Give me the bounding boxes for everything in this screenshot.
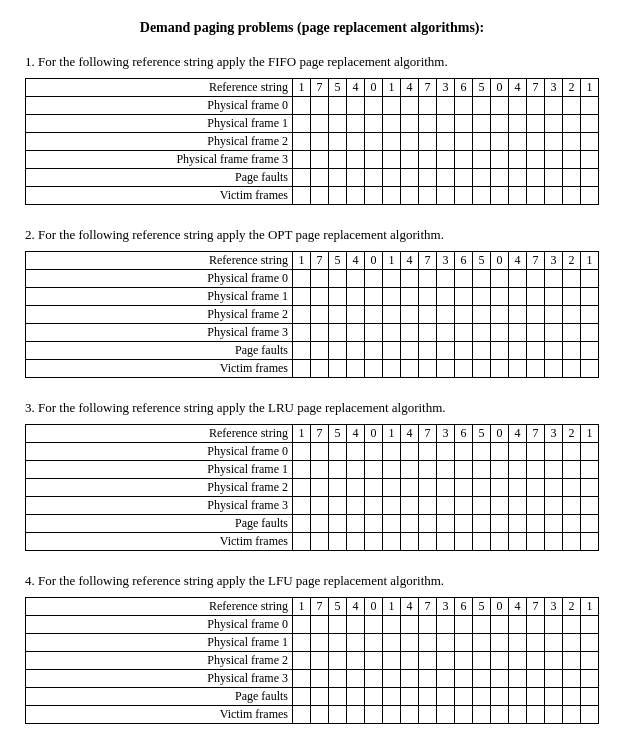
cell-r5-c7 (419, 688, 437, 706)
cell-r3-c10 (473, 479, 491, 497)
cell-r4-c0 (293, 151, 311, 169)
cell-r6-c4 (365, 533, 383, 551)
cell-r3-c9 (455, 479, 473, 497)
cell-r3-c7 (419, 652, 437, 670)
cell-r1-c8 (437, 97, 455, 115)
cell-r2-c8 (437, 461, 455, 479)
cell-r4-c11 (491, 670, 509, 688)
cell-r0-c0: 1 (293, 252, 311, 270)
cell-r1-c2 (329, 616, 347, 634)
cell-r5-c6 (401, 342, 419, 360)
cell-r4-c15 (563, 324, 581, 342)
cell-r0-c13: 7 (527, 79, 545, 97)
cell-r3-c10 (473, 306, 491, 324)
cell-r0-c12: 4 (509, 425, 527, 443)
cell-r2-c6 (401, 634, 419, 652)
cell-r6-c10 (473, 706, 491, 724)
cell-r3-c1 (311, 306, 329, 324)
table-row: Physical frame 1 (26, 461, 599, 479)
cell-r2-c0 (293, 461, 311, 479)
cell-r3-c16 (581, 479, 599, 497)
cell-r0-c10: 5 (473, 598, 491, 616)
cell-r2-c14 (545, 288, 563, 306)
cell-r5-c13 (527, 515, 545, 533)
cell-r0-c16: 1 (581, 252, 599, 270)
cell-r4-c11 (491, 497, 509, 515)
table-row: Reference string17540147365047321 (26, 425, 599, 443)
cell-r6-c12 (509, 187, 527, 205)
cell-r1-c14 (545, 270, 563, 288)
cell-r4-c2 (329, 151, 347, 169)
cell-r3-c1 (311, 479, 329, 497)
cell-r4-c2 (329, 670, 347, 688)
cell-r0-c1: 7 (311, 598, 329, 616)
cell-r3-c14 (545, 133, 563, 151)
cell-r6-c13 (527, 187, 545, 205)
cell-r5-c0 (293, 688, 311, 706)
cell-r2-c2 (329, 461, 347, 479)
cell-r6-c2 (329, 706, 347, 724)
cell-r5-c2 (329, 342, 347, 360)
cell-r4-c14 (545, 497, 563, 515)
cell-r5-c4 (365, 169, 383, 187)
cell-r2-c3 (347, 288, 365, 306)
cell-r1-c15 (563, 443, 581, 461)
row-label-4: Physical frame 3 (26, 670, 293, 688)
cell-r4-c3 (347, 151, 365, 169)
cell-r4-c14 (545, 324, 563, 342)
cell-r5-c8 (437, 342, 455, 360)
cell-r3-c13 (527, 306, 545, 324)
cell-r1-c10 (473, 270, 491, 288)
cell-r5-c11 (491, 688, 509, 706)
cell-r4-c7 (419, 151, 437, 169)
cell-r5-c3 (347, 169, 365, 187)
cell-r2-c1 (311, 634, 329, 652)
cell-r1-c12 (509, 270, 527, 288)
cell-r0-c5: 1 (383, 79, 401, 97)
cell-r1-c3 (347, 616, 365, 634)
cell-r3-c0 (293, 652, 311, 670)
table-row: Victim frames (26, 187, 599, 205)
cell-r6-c3 (347, 187, 365, 205)
cell-r3-c0 (293, 479, 311, 497)
cell-r6-c16 (581, 533, 599, 551)
cell-r2-c0 (293, 288, 311, 306)
cell-r5-c3 (347, 688, 365, 706)
cell-r6-c6 (401, 533, 419, 551)
cell-r3-c12 (509, 479, 527, 497)
cell-r0-c12: 4 (509, 598, 527, 616)
cell-r3-c11 (491, 133, 509, 151)
cell-r1-c13 (527, 616, 545, 634)
cell-r2-c5 (383, 288, 401, 306)
cell-r5-c6 (401, 169, 419, 187)
cell-r0-c4: 0 (365, 79, 383, 97)
cell-r2-c16 (581, 634, 599, 652)
cell-r4-c7 (419, 670, 437, 688)
cell-r0-c3: 4 (347, 425, 365, 443)
cell-r5-c10 (473, 169, 491, 187)
cell-r3-c2 (329, 306, 347, 324)
cell-r3-c2 (329, 133, 347, 151)
cell-r3-c9 (455, 306, 473, 324)
cell-r0-c12: 4 (509, 252, 527, 270)
cell-r6-c14 (545, 706, 563, 724)
cell-r1-c3 (347, 270, 365, 288)
cell-r3-c4 (365, 133, 383, 151)
cell-r4-c8 (437, 151, 455, 169)
table-row: Physical frame 3 (26, 324, 599, 342)
cell-r3-c1 (311, 652, 329, 670)
row-label-3: Physical frame 2 (26, 652, 293, 670)
row-label-2: Physical frame 1 (26, 115, 293, 133)
cell-r6-c5 (383, 533, 401, 551)
row-label-1: Physical frame 0 (26, 97, 293, 115)
cell-r1-c2 (329, 97, 347, 115)
cell-r1-c0 (293, 616, 311, 634)
cell-r4-c1 (311, 497, 329, 515)
table-row: Victim frames (26, 533, 599, 551)
cell-r6-c6 (401, 360, 419, 378)
cell-r2-c0 (293, 115, 311, 133)
cell-r1-c6 (401, 270, 419, 288)
cell-r0-c4: 0 (365, 425, 383, 443)
cell-r2-c14 (545, 634, 563, 652)
cell-r6-c2 (329, 187, 347, 205)
